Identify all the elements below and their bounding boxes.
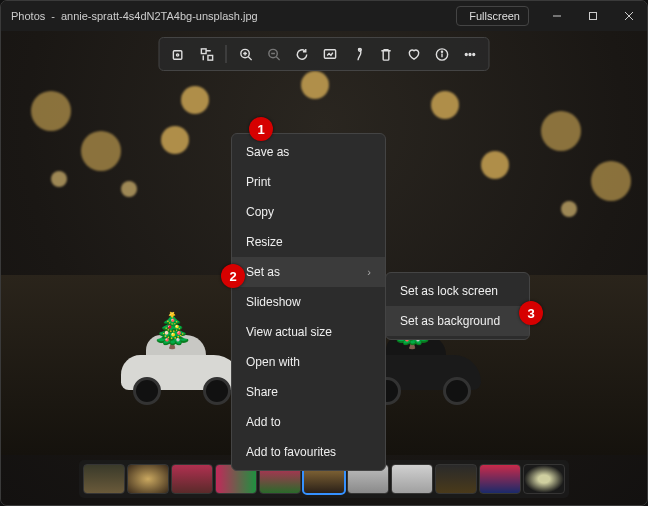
chevron-right-icon: › (367, 266, 371, 278)
filmstrip-thumb[interactable] (128, 465, 168, 493)
filmstrip-thumb[interactable] (392, 465, 432, 493)
step-badge-3: 3 (519, 301, 543, 325)
svg-line-7 (248, 56, 251, 59)
info-icon[interactable] (429, 41, 455, 67)
svg-line-11 (276, 56, 279, 59)
rotate-image-icon[interactable] (166, 41, 192, 67)
print-icon[interactable] (345, 41, 371, 67)
menu-set-as[interactable]: Set as › (232, 257, 385, 287)
menu-slideshow[interactable]: Slideshow (232, 287, 385, 317)
fullscreen-button[interactable]: Fullscreen (456, 6, 529, 26)
toolbar (159, 37, 490, 71)
svg-rect-5 (207, 55, 212, 60)
submenu-set-as-background[interactable]: Set as background (386, 306, 529, 336)
titlebar: Photos - annie-spratt-4s4dN2TA4bg-unspla… (1, 1, 647, 31)
svg-rect-2 (173, 50, 181, 58)
rotate-icon[interactable] (289, 41, 315, 67)
context-menu: Save as Print Copy Resize Set as › Slide… (231, 133, 386, 471)
menu-copy[interactable]: Copy (232, 197, 385, 227)
zoom-in-icon[interactable] (233, 41, 259, 67)
menu-add-to-favourites[interactable]: Add to favourites (232, 437, 385, 467)
svg-point-3 (176, 53, 178, 55)
step-badge-1: 1 (249, 117, 273, 141)
maximize-button[interactable] (575, 1, 611, 31)
step-badge-2: 2 (221, 264, 245, 288)
slideshow-icon[interactable] (317, 41, 343, 67)
submenu-set-as-lock-screen[interactable]: Set as lock screen (386, 276, 529, 306)
submenu-set-as: Set as lock screen Set as background (385, 272, 530, 340)
file-name: annie-spratt-4s4dN2TA4bg-unsplash.jpg (61, 10, 258, 22)
delete-icon[interactable] (373, 41, 399, 67)
svg-point-17 (441, 51, 442, 52)
close-button[interactable] (611, 1, 647, 31)
filmstrip-thumb[interactable] (436, 465, 476, 493)
menu-open-with[interactable]: Open with (232, 347, 385, 377)
zoom-out-icon[interactable] (261, 41, 287, 67)
svg-rect-4 (201, 48, 206, 53)
fullscreen-label: Fullscreen (469, 10, 520, 22)
svg-point-20 (472, 53, 474, 55)
menu-save-as[interactable]: Save as (232, 137, 385, 167)
photos-window: Photos - annie-spratt-4s4dN2TA4bg-unspla… (0, 0, 648, 506)
svg-rect-1 (590, 13, 597, 20)
menu-print[interactable]: Print (232, 167, 385, 197)
edit-icon[interactable] (194, 41, 220, 67)
svg-point-19 (469, 53, 471, 55)
minimize-button[interactable] (539, 1, 575, 31)
filmstrip-thumb[interactable] (172, 465, 212, 493)
menu-resize[interactable]: Resize (232, 227, 385, 257)
app-name: Photos (11, 10, 45, 22)
favorite-icon[interactable] (401, 41, 427, 67)
svg-point-18 (465, 53, 467, 55)
filmstrip-thumb[interactable] (524, 465, 564, 493)
menu-add-to[interactable]: Add to (232, 407, 385, 437)
more-icon[interactable] (457, 41, 483, 67)
filmstrip-thumb[interactable] (480, 465, 520, 493)
menu-view-actual-size[interactable]: View actual size (232, 317, 385, 347)
filmstrip-thumb[interactable] (84, 465, 124, 493)
menu-share[interactable]: Share (232, 377, 385, 407)
